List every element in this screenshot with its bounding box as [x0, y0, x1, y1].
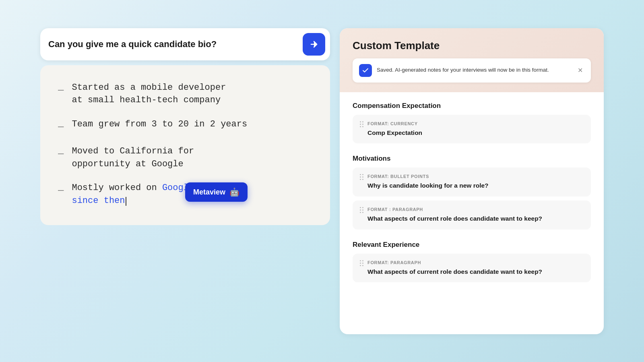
notification-bar: Saved. AI-generated notes for your inter…	[353, 58, 591, 83]
bullet-dash-3: –	[58, 146, 64, 160]
card-content-exp: FORMAT: PARAGRAPH What aspects of curren…	[367, 260, 542, 276]
bullet-dash-4: –	[58, 182, 64, 197]
format-label-m1: FORMAT: BULLET POINTS	[367, 174, 489, 179]
card-content-m2: FORMAT : PARAGRAPH What aspects of curre…	[367, 207, 542, 223]
card-title-comp: Comp Expectation	[367, 128, 422, 137]
template-card-motivation-1: FORMAT: BULLET POINTS Why is candidate l…	[353, 168, 591, 197]
drag-handle-m1[interactable]	[360, 174, 363, 180]
notification-icon	[359, 64, 372, 77]
content-card: – Started as a mobile developerat small …	[40, 65, 330, 225]
drag-handle[interactable]	[360, 121, 363, 127]
section-experience: Relevant Experience FORMAT: PARAGRAPH Wh…	[353, 241, 591, 283]
card-inner-m2: FORMAT : PARAGRAPH What aspects of curre…	[360, 207, 584, 223]
card-title-m1: Why is candidate looking for a new role?	[367, 181, 489, 190]
card-content-m1: FORMAT: BULLET POINTS Why is candidate l…	[367, 174, 489, 190]
right-header: Custom Template Saved. AI-generated note…	[340, 28, 604, 92]
notification-close-button[interactable]: ✕	[576, 65, 584, 76]
metaview-tooltip: Metaview 🤖	[185, 182, 248, 202]
card-title-m2: What aspects of current role does candid…	[367, 214, 542, 223]
drag-handle-exp[interactable]	[360, 260, 363, 266]
format-label-comp: FORMAT: CURRENCY	[367, 121, 422, 126]
template-card-comp: FORMAT: CURRENCY Comp Expectation	[353, 115, 591, 144]
format-label-m2: FORMAT : PARAGRAPH	[367, 207, 542, 212]
format-label-exp: FORMAT: PARAGRAPH	[367, 260, 542, 265]
bullet-item-3: – Moved to California foropportunity at …	[58, 145, 312, 171]
check-icon	[362, 67, 369, 74]
bullet-dash: –	[58, 82, 64, 97]
input-text: Can you give me a quick candidate bio?	[48, 39, 303, 50]
card-title-exp: What aspects of current role does candid…	[367, 267, 542, 276]
robot-icon: 🤖	[229, 187, 239, 197]
notification-text: Saved. AI-generated notes for your inter…	[377, 66, 571, 74]
bullet-text-3: Moved to California foropportunity at Go…	[72, 145, 194, 171]
left-panel: Can you give me a quick candidate bio? –…	[40, 28, 330, 225]
card-inner-m1: FORMAT: BULLET POINTS Why is candidate l…	[360, 174, 584, 190]
right-title: Custom Template	[353, 39, 591, 52]
bullet-text-2: Team grew from 3 to 20 in 2 years	[72, 118, 247, 131]
bullet-item-1: – Started as a mobile developerat small …	[58, 81, 312, 107]
right-panel: Custom Template Saved. AI-generated note…	[340, 28, 604, 334]
main-container: Can you give me a quick candidate bio? –…	[40, 28, 604, 334]
template-card-exp: FORMAT: PARAGRAPH What aspects of curren…	[353, 254, 591, 283]
card-content: FORMAT: CURRENCY Comp Expectation	[367, 121, 422, 137]
card-inner-exp: FORMAT: PARAGRAPH What aspects of curren…	[360, 260, 584, 276]
bullet-text-1: Started as a mobile developerat small he…	[72, 81, 226, 107]
card-inner: FORMAT: CURRENCY Comp Expectation	[360, 121, 584, 137]
drag-handle-m2[interactable]	[360, 207, 363, 213]
send-button[interactable]	[303, 33, 325, 56]
arrow-icon	[309, 39, 319, 49]
section-title-compensation: Compensation Expectation	[353, 102, 591, 110]
input-container: Can you give me a quick candidate bio?	[40, 28, 330, 60]
metaview-label: Metaview	[193, 188, 225, 197]
template-card-motivation-2: FORMAT : PARAGRAPH What aspects of curre…	[353, 201, 591, 230]
bullet-item-2: – Team grew from 3 to 20 in 2 years	[58, 118, 312, 133]
right-content: Compensation Expectation FORMAT: CURRENC…	[340, 92, 604, 334]
section-compensation: Compensation Expectation FORMAT: CURRENC…	[353, 102, 591, 144]
section-title-motivations: Motivations	[353, 155, 591, 163]
section-title-experience: Relevant Experience	[353, 241, 591, 249]
text-cursor	[126, 197, 126, 206]
section-motivations: Motivations FORMAT: BULLET POINTS Why is…	[353, 155, 591, 229]
bullet-dash-2: –	[58, 119, 64, 133]
